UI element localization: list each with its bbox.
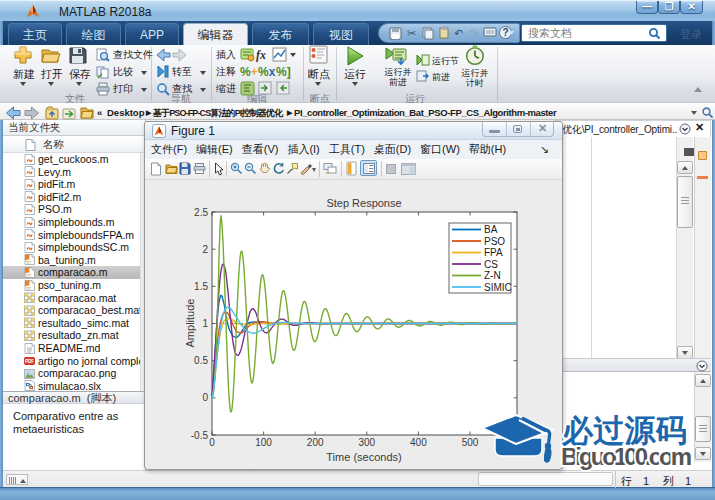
svg-text:400: 400 <box>410 437 427 448</box>
svg-text:100: 100 <box>255 437 272 448</box>
svg-text:CS: CS <box>484 259 498 270</box>
svg-text:1.5: 1.5 <box>194 281 208 292</box>
svg-text:PSO: PSO <box>484 236 505 247</box>
svg-text:0.5: 0.5 <box>194 355 208 366</box>
svg-text:300: 300 <box>358 437 375 448</box>
svg-text:FPA: FPA <box>484 247 503 258</box>
svg-text:Biguo100.com: Biguo100.com <box>561 443 692 470</box>
svg-text:200: 200 <box>307 437 324 448</box>
svg-text:2.5: 2.5 <box>194 207 208 218</box>
svg-text:0: 0 <box>202 392 208 403</box>
svg-text:Amplitude: Amplitude <box>184 299 196 348</box>
svg-text:Z-N: Z-N <box>484 270 501 281</box>
svg-text:1: 1 <box>202 318 208 329</box>
svg-text:Step Response: Step Response <box>326 197 401 209</box>
svg-text:0: 0 <box>209 437 215 448</box>
svg-text:BA: BA <box>484 224 498 235</box>
svg-text:Time (seconds): Time (seconds) <box>326 451 401 463</box>
svg-text:SIMIC: SIMIC <box>484 282 512 293</box>
svg-text:2: 2 <box>202 244 208 255</box>
svg-text:-0.5: -0.5 <box>191 430 209 441</box>
